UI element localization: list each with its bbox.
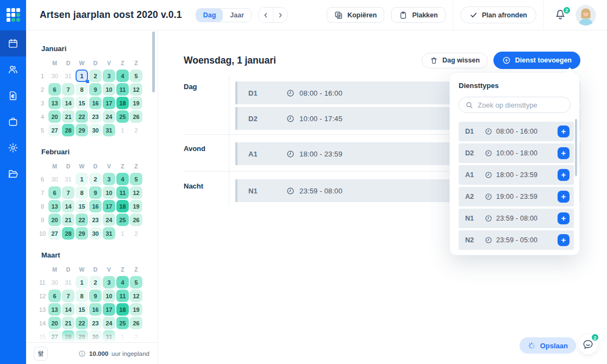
sidebar-item-invoices[interactable] xyxy=(0,83,26,109)
day-cell[interactable]: 4 xyxy=(116,173,129,185)
day-cell[interactable]: 7 xyxy=(62,186,74,199)
day-cell[interactable]: 8 xyxy=(76,83,88,96)
app-logo[interactable] xyxy=(0,0,26,30)
day-cell[interactable]: 14 xyxy=(62,200,74,212)
day-cell[interactable]: 19 xyxy=(130,97,142,109)
day-cell[interactable]: 9 xyxy=(89,83,102,96)
sidebar-item-users[interactable] xyxy=(0,57,26,83)
copy-button[interactable]: Kopiëren xyxy=(327,7,384,23)
day-cell[interactable]: 1 xyxy=(76,276,88,288)
day-cell[interactable]: 13 xyxy=(48,97,61,109)
day-cell[interactable]: 30 xyxy=(89,227,102,240)
day-cell[interactable]: 22 xyxy=(76,110,88,123)
day-cell[interactable]: 14 xyxy=(62,303,74,316)
search-input[interactable] xyxy=(478,101,564,109)
day-cell[interactable]: 27 xyxy=(48,227,61,240)
toggle-jaar[interactable]: Jaar xyxy=(223,9,251,22)
day-cell[interactable]: 28 xyxy=(62,124,74,136)
add-shift-type-button[interactable]: + xyxy=(558,191,570,203)
day-cell[interactable]: 5 xyxy=(130,173,142,185)
day-cell[interactable]: 13 xyxy=(48,303,61,316)
sidebar-item-settings[interactable] xyxy=(0,135,26,161)
day-cell[interactable]: 16 xyxy=(89,97,102,109)
day-cell[interactable]: 22 xyxy=(76,317,88,329)
day-cell[interactable]: 21 xyxy=(62,317,74,329)
next-day-button[interactable] xyxy=(273,8,287,22)
day-cell[interactable]: 2 xyxy=(89,173,102,185)
day-cell[interactable]: 24 xyxy=(103,214,115,226)
day-cell[interactable]: 10 xyxy=(103,290,115,302)
day-cell[interactable]: 4 xyxy=(116,70,129,82)
day-cell[interactable]: 12 xyxy=(130,186,142,199)
day-cell[interactable]: 14 xyxy=(62,97,74,109)
day-cell[interactable]: 26 xyxy=(130,214,142,226)
shift-type-row-d2[interactable]: D2 10:00 - 18:00 + xyxy=(459,143,574,163)
toggle-dag[interactable]: Dag xyxy=(196,9,223,22)
day-cell[interactable]: 26 xyxy=(130,317,142,329)
day-cell[interactable]: 25 xyxy=(116,110,129,123)
clear-day-button[interactable]: Dag wissen xyxy=(422,53,488,68)
day-cell[interactable]: 3 xyxy=(103,276,115,288)
day-cell[interactable]: 6 xyxy=(48,83,61,96)
day-cell[interactable]: 12 xyxy=(130,83,142,96)
day-cell[interactable]: 29 xyxy=(76,227,88,240)
shift-type-row-d1[interactable]: D1 08:00 - 16:00 + xyxy=(459,122,574,141)
avatar[interactable] xyxy=(575,5,596,26)
day-cell[interactable]: 24 xyxy=(103,110,115,123)
day-cell[interactable]: 18 xyxy=(116,303,129,316)
day-cell[interactable]: 20 xyxy=(48,317,61,329)
day-cell[interactable]: 15 xyxy=(76,303,88,316)
day-cell[interactable]: 6 xyxy=(48,186,61,199)
day-cell[interactable]: 24 xyxy=(103,317,115,329)
day-cell[interactable]: 5 xyxy=(130,276,142,288)
day-cell[interactable]: 15 xyxy=(76,200,88,212)
day-cell[interactable]: 7 xyxy=(62,290,74,302)
day-cell[interactable]: 16 xyxy=(89,303,102,316)
day-cell[interactable]: 19 xyxy=(130,200,142,212)
prev-day-button[interactable] xyxy=(259,8,273,22)
day-cell[interactable]: 30 xyxy=(89,330,102,343)
day-cell[interactable]: 2 xyxy=(89,276,102,288)
day-cell[interactable]: 6 xyxy=(48,290,61,302)
day-cell[interactable]: 31 xyxy=(103,124,115,136)
shift-type-row-n2[interactable]: N2 23:59 - 05:00 + xyxy=(459,230,574,250)
popup-scrollbar-thumb[interactable] xyxy=(575,119,577,176)
day-cell-selected[interactable]: 1 xyxy=(76,70,88,82)
day-cell[interactable]: 7 xyxy=(62,83,74,96)
shift-type-row-a1[interactable]: A1 18:00 - 23:59 + xyxy=(459,165,574,185)
day-cell[interactable]: 29 xyxy=(76,124,88,136)
day-cell[interactable]: 5 xyxy=(130,70,142,82)
day-cell[interactable]: 9 xyxy=(89,186,102,199)
day-cell[interactable]: 17 xyxy=(103,97,115,109)
day-cell[interactable]: 3 xyxy=(103,70,115,82)
day-cell[interactable]: 30 xyxy=(89,124,102,136)
day-cell[interactable]: 1 xyxy=(76,173,88,185)
day-cell[interactable]: 8 xyxy=(76,186,88,199)
selection-handle[interactable] xyxy=(86,80,89,83)
day-cell[interactable]: 23 xyxy=(89,214,102,226)
finish-plan-button[interactable]: Plan afronden xyxy=(460,7,536,23)
sidebar-item-files[interactable] xyxy=(0,161,26,187)
day-cell[interactable]: 11 xyxy=(116,83,129,96)
day-cell[interactable]: 25 xyxy=(116,214,129,226)
day-cell[interactable]: 8 xyxy=(76,290,88,302)
day-cell[interactable]: 22 xyxy=(76,214,88,226)
day-cell[interactable]: 11 xyxy=(116,186,129,199)
day-cell[interactable]: 23 xyxy=(89,110,102,123)
day-cell[interactable]: 31 xyxy=(103,330,115,343)
day-cell[interactable]: 15 xyxy=(76,97,88,109)
day-cell[interactable]: 12 xyxy=(130,290,142,302)
day-cell[interactable]: 17 xyxy=(103,200,115,212)
day-cell[interactable]: 26 xyxy=(130,110,142,123)
day-cell[interactable]: 27 xyxy=(48,124,61,136)
notifications-button[interactable]: 2 xyxy=(554,8,568,22)
day-cell[interactable]: 31 xyxy=(103,227,115,240)
day-cell[interactable]: 20 xyxy=(48,214,61,226)
chat-button[interactable]: 2 xyxy=(578,335,598,354)
day-cell[interactable]: 27 xyxy=(48,330,61,343)
day-cell[interactable]: 3 xyxy=(103,173,115,185)
add-shift-button[interactable]: Dienst toevoegen xyxy=(493,52,580,69)
day-cell[interactable]: 13 xyxy=(48,200,61,212)
shift-type-row-a2[interactable]: A2 19:00 - 23:59 + xyxy=(459,187,574,206)
day-cell[interactable]: 9 xyxy=(89,290,102,302)
